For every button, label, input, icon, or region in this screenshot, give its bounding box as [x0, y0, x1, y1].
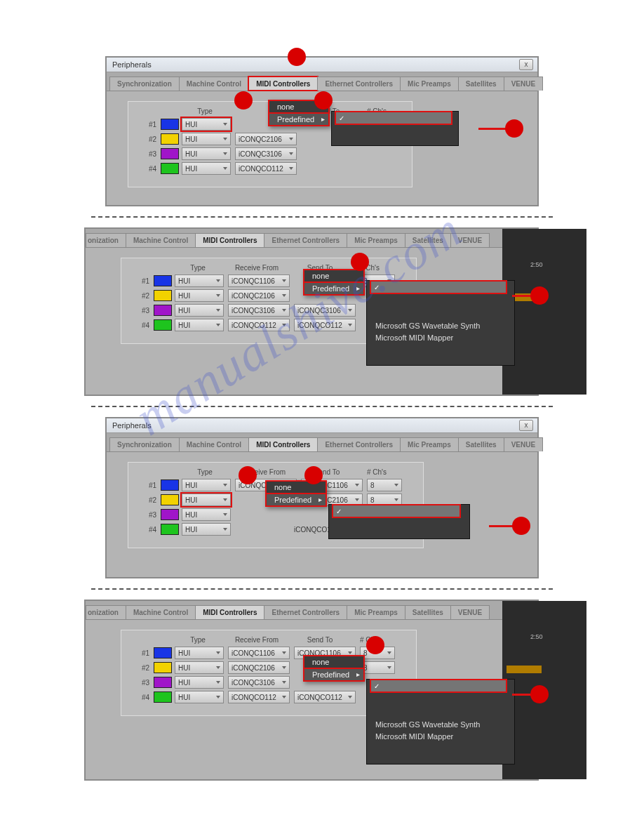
type-select[interactable]: HUI [175, 304, 224, 317]
receive-select[interactable]: iCONQCO112 [228, 319, 290, 331]
color-swatch[interactable] [154, 647, 172, 658]
color-swatch[interactable] [154, 275, 172, 286]
send-select[interactable]: iCONQCO112 [294, 691, 356, 703]
submenu-selected-item[interactable]: ✓ [335, 111, 452, 125]
send-menu[interactable]: none Predefined [303, 269, 365, 296]
close-icon[interactable]: x [519, 59, 533, 70]
type-select[interactable]: HUI [175, 676, 224, 689]
menu-item-midi-mapper[interactable]: Microsoft MIDI Mapper [375, 731, 506, 743]
tab-venue[interactable]: VENUE [504, 77, 543, 91]
type-select[interactable]: HUI [175, 289, 224, 302]
type-select[interactable]: HUI [175, 661, 224, 674]
menu-item-gs-synth[interactable]: Microsoft GS Wavetable Synth [375, 320, 506, 332]
submenu-selected-item[interactable]: ✓ [370, 280, 507, 294]
type-select[interactable]: HUI [182, 508, 231, 521]
type-select[interactable]: HUI [182, 162, 231, 175]
type-select[interactable]: HUI [175, 647, 224, 659]
receive-select[interactable]: iCONQC2106 [235, 133, 297, 145]
receive-select[interactable]: iCONQC1106 [228, 647, 290, 659]
receive-select[interactable]: iCONQCO112 [235, 162, 297, 175]
menu-predefined[interactable]: Predefined [304, 282, 364, 295]
receive-select[interactable]: iCONQC2106 [228, 289, 290, 302]
color-swatch[interactable] [161, 148, 179, 159]
color-swatch[interactable] [154, 319, 172, 331]
tab-synchronization[interactable]: onization [86, 605, 126, 619]
menu-item-midi-mapper[interactable]: Microsoft MIDI Mapper [375, 332, 506, 344]
send-menu[interactable]: none Predefined [303, 655, 365, 682]
tab-synchronization[interactable]: Synchronization [109, 77, 180, 91]
tab-mic-preamps[interactable]: Mic Preamps [347, 233, 405, 247]
menu-item-gs-synth[interactable]: Microsoft GS Wavetable Synth [375, 719, 506, 731]
color-swatch[interactable] [154, 677, 172, 688]
receive-select[interactable]: iCONQC1106 [228, 274, 290, 287]
tab-mic-preamps[interactable]: Mic Preamps [400, 77, 459, 91]
tab-midi-controllers[interactable]: MIDI Controllers [248, 437, 318, 451]
color-swatch[interactable] [161, 119, 179, 130]
type-select[interactable]: HUI [182, 118, 231, 131]
send-select[interactable]: iCONQCO112 [294, 319, 356, 331]
tab-machine-control[interactable]: Machine Control [179, 77, 249, 91]
tab-machine-control[interactable]: Machine Control [179, 437, 249, 451]
send-submenu[interactable]: ✓ Microsoft GS Wavetable Synth Microsoft… [366, 679, 515, 764]
submenu-selected-item[interactable]: ✓ [370, 679, 507, 693]
tab-mic-preamps[interactable]: Mic Preamps [400, 437, 459, 451]
type-select[interactable]: HUI [175, 691, 224, 703]
channels-select[interactable]: 8 [367, 479, 402, 491]
receive-select[interactable]: iCONQCO112 [228, 691, 290, 703]
type-select[interactable]: HUI [182, 494, 231, 506]
tab-midi-controllers[interactable]: MIDI Controllers [248, 77, 318, 91]
tab-ethernet-controllers[interactable]: Ethernet Controllers [264, 233, 347, 247]
tab-ethernet-controllers[interactable]: Ethernet Controllers [264, 605, 347, 619]
send-submenu[interactable]: ✓ Microsoft GS Wavetable Synth Microsoft… [366, 280, 515, 366]
send-select[interactable]: iCONQC3106 [294, 304, 356, 317]
color-swatch[interactable] [154, 662, 172, 673]
menu-predefined[interactable]: Predefined [304, 668, 364, 681]
type-select[interactable]: HUI [182, 133, 231, 145]
color-swatch[interactable] [161, 163, 179, 174]
tab-synchronization[interactable]: Synchronization [109, 437, 180, 451]
type-select[interactable]: HUI [175, 319, 224, 331]
receive-select[interactable]: iCONQC3106 [228, 676, 290, 689]
tab-satellites[interactable]: Satellites [405, 605, 451, 619]
tab-ethernet-controllers[interactable]: Ethernet Controllers [317, 77, 401, 91]
receive-select[interactable]: iCONQC3106 [235, 147, 297, 160]
tab-venue[interactable]: VENUE [450, 605, 490, 619]
receive-menu[interactable]: none Predefined [265, 480, 327, 507]
color-swatch[interactable] [154, 691, 172, 703]
type-select[interactable]: HUI [182, 523, 231, 536]
tab-synchronization[interactable]: onization [86, 233, 126, 247]
channels-select[interactable]: 8 [360, 661, 395, 674]
tab-satellites[interactable]: Satellites [458, 77, 504, 91]
receive-select[interactable]: iCONQC2106 [228, 661, 290, 674]
tab-machine-control[interactable]: Machine Control [126, 233, 196, 247]
menu-predefined[interactable]: Predefined [266, 494, 326, 506]
color-swatch[interactable] [154, 290, 172, 301]
color-swatch[interactable] [161, 494, 179, 505]
color-swatch[interactable] [161, 509, 179, 520]
menu-predefined[interactable]: Predefined [269, 113, 329, 126]
menu-none[interactable]: none [304, 270, 364, 282]
tab-machine-control[interactable]: Machine Control [126, 605, 196, 619]
close-icon[interactable]: x [519, 420, 533, 431]
type-select[interactable]: HUI [182, 147, 231, 160]
tab-satellites[interactable]: Satellites [458, 437, 504, 451]
color-swatch[interactable] [154, 305, 172, 316]
receive-select[interactable]: iCONQC3106 [228, 304, 290, 317]
type-select[interactable]: HUI [182, 479, 231, 491]
tab-mic-preamps[interactable]: Mic Preamps [347, 605, 405, 619]
tab-midi-controllers[interactable]: MIDI Controllers [195, 233, 264, 247]
submenu-selected-item[interactable]: ✓ [332, 504, 461, 518]
receive-submenu[interactable]: ✓ [328, 504, 470, 539]
type-select[interactable]: HUI [175, 274, 224, 287]
color-swatch[interactable] [161, 133, 179, 145]
color-swatch[interactable] [161, 479, 179, 491]
tab-venue[interactable]: VENUE [450, 233, 490, 247]
tab-venue[interactable]: VENUE [504, 437, 543, 451]
menu-none[interactable]: none [304, 656, 364, 668]
tab-midi-controllers[interactable]: MIDI Controllers [195, 605, 264, 619]
row-number: #4 [134, 694, 154, 701]
tab-satellites[interactable]: Satellites [405, 233, 451, 247]
color-swatch[interactable] [161, 524, 179, 535]
tab-ethernet-controllers[interactable]: Ethernet Controllers [317, 437, 401, 451]
receive-submenu[interactable]: ✓ [331, 111, 459, 146]
